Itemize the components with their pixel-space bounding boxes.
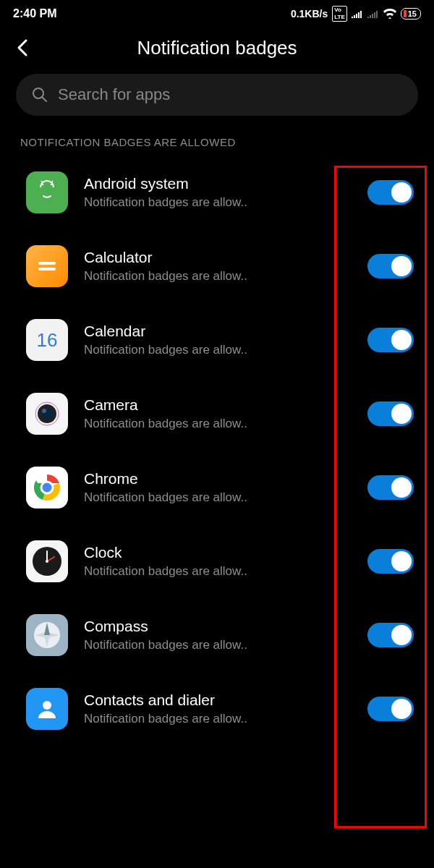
status-bar: 2:40 PM 0.1KB/s VoLTE 15 — [0, 0, 434, 27]
calendar-icon: 16 — [26, 319, 68, 361]
list-item-text: Contacts and dialer Notification badges … — [84, 692, 352, 726]
status-time: 2:40 PM — [13, 7, 56, 20]
compass-icon — [26, 614, 68, 656]
svg-line-5 — [51, 181, 53, 183]
app-subtitle: Notification badges are allow.. — [84, 638, 352, 652]
list-item[interactable]: Chrome Notification badges are allow.. — [13, 451, 421, 524]
svg-point-20 — [43, 701, 51, 710]
list-item[interactable]: Compass Notification badges are allow.. — [13, 598, 421, 672]
toggle-switch[interactable] — [367, 697, 414, 721]
search-placeholder: Search for apps — [58, 85, 170, 104]
list-item-text: Android system Notification badges are a… — [84, 175, 352, 210]
signal-icon — [352, 9, 363, 18]
toggle-switch[interactable] — [367, 328, 414, 352]
status-right: 0.1KB/s VoLTE 15 — [291, 6, 421, 22]
list-item[interactable]: Android system Notification badges are a… — [13, 156, 421, 229]
app-subtitle: Notification badges are allow.. — [84, 712, 352, 726]
list-item-text: Calculator Notification badges are allow… — [84, 249, 352, 284]
contacts-icon — [26, 688, 68, 730]
toggle-switch[interactable] — [367, 475, 414, 500]
app-subtitle: Notification badges are allow.. — [84, 490, 352, 505]
app-name: Camera — [84, 396, 352, 414]
toggle-switch[interactable] — [367, 180, 414, 205]
app-name: Calculator — [84, 249, 352, 266]
toggle-switch[interactable] — [367, 254, 414, 278]
list-item-text: Calendar Notification badges are allow.. — [84, 323, 352, 357]
app-subtitle: Notification badges are allow.. — [84, 269, 352, 284]
app-name: Android system — [84, 175, 352, 192]
app-name: Chrome — [84, 470, 352, 488]
search-icon — [32, 87, 48, 103]
toggle-switch[interactable] — [367, 623, 414, 647]
app-name: Clock — [84, 544, 352, 561]
list-item[interactable]: Camera Notification badges are allow.. — [13, 377, 421, 451]
list-item-text: Compass Notification badges are allow.. — [84, 618, 352, 652]
android-icon — [26, 171, 68, 213]
list-item-text: Camera Notification badges are allow.. — [84, 396, 352, 431]
svg-line-4 — [41, 181, 43, 183]
list-item-text: Clock Notification badges are allow.. — [84, 544, 352, 579]
calculator-icon — [26, 245, 68, 287]
page-title: Notification badges — [137, 37, 297, 59]
app-subtitle: Notification badges are allow.. — [84, 343, 352, 357]
header: Notification badges — [0, 27, 434, 74]
signal2-icon — [367, 9, 379, 18]
back-button[interactable] — [13, 38, 33, 58]
section-header: NOTIFICATION BADGES ARE ALLOWED — [0, 136, 434, 156]
battery-icon: 15 — [401, 8, 421, 20]
list-item[interactable]: Contacts and dialer Notification badges … — [13, 672, 421, 746]
chrome-icon — [26, 467, 68, 509]
clock-icon — [26, 540, 68, 582]
toggle-switch[interactable] — [367, 549, 414, 574]
list-item[interactable]: Calculator Notification badges are allow… — [13, 229, 421, 303]
toggle-switch[interactable] — [367, 401, 414, 426]
wifi-icon — [383, 9, 396, 19]
network-speed: 0.1KB/s — [291, 8, 328, 20]
list-item[interactable]: Clock Notification badges are allow.. — [13, 524, 421, 598]
list-item-text: Chrome Notification badges are allow.. — [84, 470, 352, 505]
app-subtitle: Notification badges are allow.. — [84, 417, 352, 431]
svg-point-11 — [42, 409, 46, 413]
list-item[interactable]: 16 Calendar Notification badges are allo… — [13, 303, 421, 377]
app-name: Contacts and dialer — [84, 692, 352, 709]
volte-icon: VoLTE — [332, 6, 347, 22]
app-name: Calendar — [84, 323, 352, 340]
search-input[interactable]: Search for apps — [16, 74, 418, 116]
app-list: Android system Notification badges are a… — [0, 156, 434, 746]
app-subtitle: Notification badges are allow.. — [84, 195, 352, 210]
svg-line-1 — [42, 97, 46, 101]
app-name: Compass — [84, 618, 352, 635]
svg-point-18 — [46, 560, 48, 563]
app-subtitle: Notification badges are allow.. — [84, 564, 352, 579]
camera-icon — [26, 393, 68, 435]
